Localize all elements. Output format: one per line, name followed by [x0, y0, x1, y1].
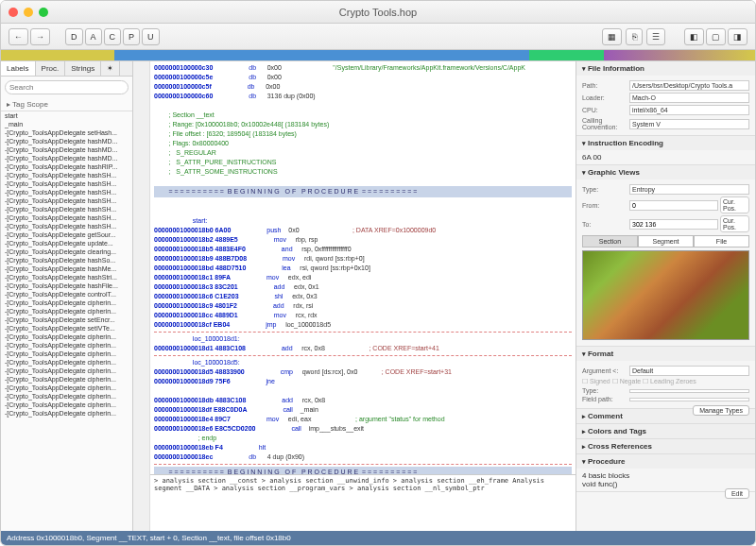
symbol-item[interactable]: -[Crypto_ToolsAppDelegate cipherin...	[1, 358, 132, 367]
symbol-item[interactable]: -[Crypto_ToolsAppDelegate cipherin...	[1, 333, 132, 341]
mode-d-button[interactable]: D	[65, 28, 83, 45]
symbol-item[interactable]: -[Crypto_ToolsAppDelegate cipherin...	[1, 307, 132, 316]
sidebar-tab[interactable]: Strings	[65, 61, 101, 76]
sidebar-tab[interactable]: Proc.	[36, 61, 66, 76]
symbol-item[interactable]: -[Crypto_ToolsAppDelegate hashSH...	[1, 196, 132, 205]
sidebar-tabs: LabelsProc.Strings✶	[1, 61, 132, 77]
symbol-item[interactable]: -[Crypto_ToolsAppDelegate cipherin...	[1, 392, 132, 401]
symbol-item[interactable]: -[Crypto_ToolsAppDelegate hashStri...	[1, 273, 132, 282]
type-select[interactable]	[629, 389, 749, 393]
to-curpos-button[interactable]: Cur. Pos.	[720, 215, 749, 232]
cfg-gutter	[133, 61, 150, 531]
proc-signature: void func()	[582, 480, 749, 488]
file-info-header[interactable]: File Information	[576, 61, 755, 76]
mode-u-button[interactable]: U	[142, 28, 160, 45]
search-input[interactable]	[5, 80, 129, 94]
navigation-bar[interactable]	[1, 50, 755, 61]
sidebar-tab[interactable]: ✶	[101, 61, 120, 76]
toolbar: ← → DACPU ▦ ⎘ ☰ ◧ ▢ ◨	[1, 24, 755, 50]
scope-file-button[interactable]: File	[694, 235, 749, 247]
tool-button[interactable]: ☰	[646, 28, 665, 45]
symbol-item[interactable]: -[Crypto_ToolsAppDelegate hashSH...	[1, 171, 132, 179]
symbol-item[interactable]: -[Crypto_ToolsAppDelegate hashMD...	[1, 145, 132, 154]
procedure-header[interactable]: Procedure	[576, 454, 755, 469]
field-path[interactable]	[629, 398, 749, 401]
scope-segment-button[interactable]: Segment	[638, 235, 694, 247]
tag-scope[interactable]: ▸ Tag Scope	[1, 98, 132, 111]
symbol-item[interactable]: -[Crypto_ToolsAppDelegate controlT...	[1, 290, 132, 299]
manage-types-button[interactable]: Manage Types	[693, 405, 749, 416]
symbol-item[interactable]: -[Crypto_ToolsAppDelegate clearing...	[1, 247, 132, 256]
symbol-item[interactable]: -[Crypto_ToolsAppDelegate hashSH...	[1, 205, 132, 213]
symbol-item[interactable]: -[Crypto_ToolsAppDelegate cipherin...	[1, 384, 132, 392]
symbol-item[interactable]: -[Crypto_ToolsAppDelegate cipherin...	[1, 401, 132, 409]
mode-a-button[interactable]: A	[85, 28, 102, 45]
nav-forward-button[interactable]: →	[30, 28, 50, 45]
symbol-item[interactable]: start	[1, 111, 132, 120]
symbol-item[interactable]: -[Crypto_ToolsAppDelegate hashSH...	[1, 188, 132, 196]
instruction-encoding-header[interactable]: Instruction Encoding	[576, 136, 755, 150]
calling-convention-select[interactable]: System V	[629, 119, 749, 129]
edit-proc-button[interactable]: Edit	[725, 488, 749, 499]
panel-left-button[interactable]: ◧	[684, 28, 704, 45]
symbol-item[interactable]: -[Crypto_ToolsAppDelegate cipherin...	[1, 367, 132, 375]
symbol-item[interactable]: -[Crypto_ToolsAppDelegate hashMD...	[1, 137, 132, 145]
disassembly-area: 0000000100000c30 db 0x00 "/System/Librar…	[150, 61, 576, 531]
graphic-views-header[interactable]: Graphic Views	[576, 165, 755, 179]
symbol-item[interactable]: -[Crypto_ToolsAppDelegate hashRIP...	[1, 162, 132, 171]
symbol-item[interactable]: -[Crypto_ToolsAppDelegate hashMD...	[1, 154, 132, 162]
entropy-view[interactable]	[582, 250, 749, 340]
symbol-item[interactable]: -[Crypto_ToolsAppDelegate cipherin...	[1, 409, 132, 418]
panel-middle-button[interactable]: ▢	[706, 28, 726, 45]
tool-button[interactable]: ▦	[602, 28, 622, 45]
symbol-item[interactable]: -[Crypto_ToolsAppDelegate setIVTe...	[1, 324, 132, 333]
colors-tags-header[interactable]: Colors and Tags	[576, 424, 755, 438]
nav-back-button[interactable]: ←	[9, 28, 28, 45]
cpu-value: intel/x86_64	[629, 105, 749, 115]
instruction-bytes: 6A 00	[576, 150, 755, 164]
from-curpos-button[interactable]: Cur. Pos.	[720, 196, 749, 213]
symbol-item[interactable]: -[Crypto_ToolsAppDelegate cipherin...	[1, 375, 132, 384]
argument-select[interactable]: Default	[629, 366, 749, 376]
from-input[interactable]	[629, 200, 718, 211]
status-bar: Address 0x1000018b0, Segment __TEXT, sta…	[1, 531, 755, 545]
symbol-item[interactable]: -[Crypto_ToolsAppDelegate setEncr...	[1, 316, 132, 324]
mode-p-button[interactable]: P	[123, 28, 140, 45]
symbols-list: start_main-[Crypto_ToolsAppDelegate setH…	[1, 111, 132, 531]
loader-value: Mach-O	[629, 93, 749, 103]
titlebar: Crypto Tools.hop	[1, 1, 755, 24]
mode-c-button[interactable]: C	[104, 28, 122, 45]
sidebar-tab[interactable]: Labels	[1, 61, 36, 76]
disassembly-view[interactable]: 0000000100000c30 db 0x00 "/System/Librar…	[150, 61, 576, 474]
panel-right-button[interactable]: ◨	[728, 28, 747, 45]
symbol-item[interactable]: -[Crypto_ToolsAppDelegate hashSH...	[1, 222, 132, 230]
symbol-item[interactable]: -[Crypto_ToolsAppDelegate hashSH...	[1, 179, 132, 188]
window-title: Crypto Tools.hop	[339, 7, 417, 18]
symbol-item[interactable]: -[Crypto_ToolsAppDelegate getSour...	[1, 230, 132, 239]
symbol-item[interactable]: -[Crypto_ToolsAppDelegate update...	[1, 239, 132, 247]
symbol-item[interactable]: -[Crypto_ToolsAppDelegate cipherin...	[1, 350, 132, 358]
symbol-item[interactable]: -[Crypto_ToolsAppDelegate cipherin...	[1, 299, 132, 307]
scope-section-button[interactable]: Section	[582, 235, 638, 247]
cross-references-header[interactable]: Cross References	[576, 439, 755, 453]
symbols-panel: LabelsProc.Strings✶ ▸ Tag Scope start_ma…	[1, 61, 133, 531]
inspector-panel: File Information Path:/Users/bsr/Desktop…	[576, 61, 755, 531]
proc-blocks: 4 basic blocks	[582, 471, 749, 480]
entropy-type-select[interactable]: Entropy	[629, 184, 749, 195]
minimize-icon[interactable]	[24, 8, 33, 17]
symbol-item[interactable]: -[Crypto_ToolsAppDelegate cipherin...	[1, 341, 132, 350]
window-controls	[9, 8, 48, 17]
output-console[interactable]: > analysis section __const > analysis se…	[150, 474, 576, 531]
zoom-icon[interactable]	[39, 8, 48, 17]
symbol-item[interactable]: -[Crypto_ToolsAppDelegate hashFile...	[1, 282, 132, 290]
symbol-item[interactable]: -[Crypto_ToolsAppDelegate setHash...	[1, 128, 132, 137]
to-input[interactable]	[629, 219, 718, 230]
symbol-item[interactable]: -[Crypto_ToolsAppDelegate hashMe...	[1, 264, 132, 273]
tool-button[interactable]: ⎘	[626, 28, 643, 45]
close-icon[interactable]	[9, 8, 18, 17]
symbol-item[interactable]: _main	[1, 120, 132, 128]
format-header[interactable]: Format	[576, 347, 755, 361]
file-path: /Users/bsr/Desktop/Crypto Tools.a	[629, 80, 749, 91]
symbol-item[interactable]: -[Crypto_ToolsAppDelegate hashSo...	[1, 256, 132, 264]
symbol-item[interactable]: -[Crypto_ToolsAppDelegate hashSH...	[1, 213, 132, 222]
